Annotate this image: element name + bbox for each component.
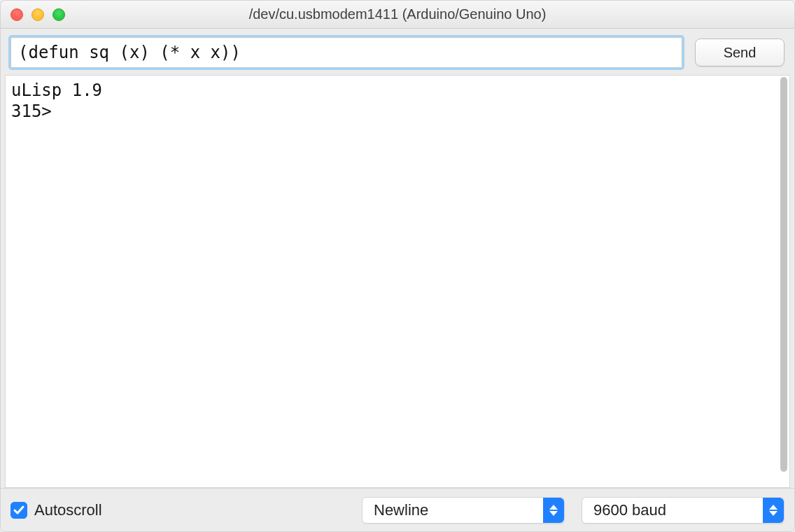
autoscroll-label: Autoscroll bbox=[34, 501, 102, 519]
autoscroll-checkbox[interactable] bbox=[10, 502, 27, 519]
serial-output: uLisp 1.9 315> bbox=[6, 76, 778, 487]
chevron-up-icon bbox=[549, 505, 558, 510]
close-icon[interactable] bbox=[10, 8, 23, 21]
chevron-down-icon bbox=[769, 511, 778, 516]
scroll-thumb[interactable] bbox=[780, 77, 787, 472]
select-stepper-icon bbox=[763, 498, 784, 523]
chevron-up-icon bbox=[769, 505, 778, 510]
command-row: Send bbox=[1, 29, 794, 75]
zoom-icon[interactable] bbox=[52, 8, 65, 21]
select-stepper-icon bbox=[543, 498, 564, 523]
autoscroll-group: Autoscroll bbox=[10, 501, 345, 519]
check-icon bbox=[13, 504, 25, 517]
minimize-icon[interactable] bbox=[31, 8, 44, 21]
send-button[interactable]: Send bbox=[695, 38, 785, 66]
output-panel: uLisp 1.9 315> bbox=[5, 75, 790, 488]
baud-select[interactable]: 9600 baud bbox=[582, 497, 785, 524]
scrollbar[interactable] bbox=[778, 76, 789, 487]
line-ending-select[interactable]: Newline bbox=[362, 497, 565, 524]
line-ending-value: Newline bbox=[374, 501, 428, 519]
baud-value: 9600 baud bbox=[593, 501, 666, 519]
titlebar: /dev/cu.usbmodem1411 (Arduino/Genuino Un… bbox=[1, 1, 794, 29]
chevron-down-icon bbox=[549, 511, 558, 516]
footer-bar: Autoscroll Newline 9600 baud bbox=[1, 488, 794, 531]
command-input[interactable] bbox=[10, 37, 682, 68]
window-controls bbox=[10, 8, 65, 21]
window-title: /dev/cu.usbmodem1411 (Arduino/Genuino Un… bbox=[1, 6, 794, 22]
